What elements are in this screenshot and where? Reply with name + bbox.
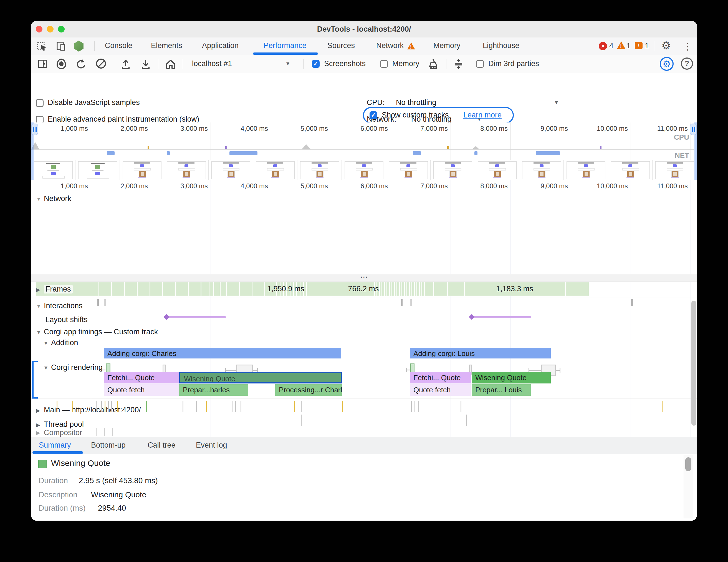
tab-bottom-up[interactable]: Bottom-up <box>91 441 126 450</box>
tab-lighthouse[interactable]: Lighthouse <box>483 41 519 50</box>
inspect-element-icon[interactable] <box>37 41 48 52</box>
cpu-throttle-value[interactable]: No throttling <box>396 98 436 107</box>
clear-icon[interactable] <box>96 59 106 69</box>
issues-badge-icon[interactable]: ! <box>635 42 643 49</box>
filmstrip-frame[interactable] <box>209 160 253 180</box>
flame-bar-addition[interactable]: Adding corgi: Charles <box>104 348 341 359</box>
timeline-overview[interactable]: 1,000 ms2,000 ms3,000 ms4,000 ms5,000 ms… <box>31 122 697 180</box>
filmstrip-frame[interactable] <box>75 160 120 180</box>
tab-elements[interactable]: Elements <box>151 41 182 50</box>
filmstrip-frame[interactable] <box>342 160 386 180</box>
summary-scrollbar-thumb[interactable] <box>685 457 691 471</box>
screenshots-checkbox[interactable]: ✓ <box>312 60 320 68</box>
layout-shift-line[interactable] <box>166 316 226 318</box>
cpu-throttle-caret-icon[interactable]: ▾ <box>555 99 558 106</box>
frames-band[interactable]: 1,950.9 ms766.2 ms1,183.3 ms <box>36 283 589 296</box>
thumb-line <box>92 170 103 171</box>
memory-checkbox[interactable] <box>380 60 388 68</box>
overview-right-handle[interactable] <box>690 123 697 135</box>
tab-event-log[interactable]: Event log <box>196 441 227 450</box>
filmstrip-frame[interactable] <box>564 160 608 180</box>
reload-record-icon[interactable] <box>75 59 87 70</box>
tab-network[interactable]: Network <box>376 41 404 50</box>
filmstrip-frame[interactable] <box>120 160 164 180</box>
flame-bar-rendering[interactable]: Fetchi... Quote <box>410 372 471 384</box>
filmstrip-frame[interactable] <box>519 160 564 180</box>
screenshot-thumbnail <box>345 161 383 179</box>
main-thread-tick <box>105 401 105 412</box>
interactions-label: Interactions <box>44 302 83 310</box>
record-icon[interactable] <box>57 59 66 69</box>
help-icon[interactable]: ? <box>681 57 693 70</box>
issues-count[interactable]: 1 <box>645 42 649 50</box>
overflow-indicator[interactable]: ⋯ <box>31 274 697 282</box>
learn-more-link[interactable]: Learn more <box>463 111 502 119</box>
custom-track-arrow-icon[interactable]: ▼ <box>36 329 41 336</box>
tab-application[interactable]: Application <box>202 41 239 50</box>
flame-bar-rendering[interactable]: Wisening Quote <box>472 372 551 384</box>
flame-bar-rendering[interactable]: Quote fetch <box>104 384 179 396</box>
settings-gear-icon[interactable]: ⚙ <box>661 40 671 51</box>
tracks-vertical-scrollbar[interactable] <box>691 301 696 426</box>
warnings-count[interactable]: 1 <box>626 42 631 50</box>
profile-select[interactable]: localhost #1 <box>192 59 232 68</box>
filmstrip-frame[interactable] <box>31 160 75 180</box>
filmstrip-frame[interactable] <box>431 160 475 180</box>
interactions-arrow-icon[interactable]: ▼ <box>36 303 41 309</box>
filmstrip-frame[interactable] <box>253 160 297 180</box>
compositor-tick <box>104 428 105 436</box>
filmstrip-frame[interactable] <box>475 160 519 180</box>
overview-left-handle[interactable] <box>31 123 38 135</box>
tab-performance[interactable]: Performance <box>264 41 307 50</box>
upload-profile-icon[interactable] <box>120 58 132 70</box>
flame-bar-rendering[interactable]: Fetchi... Quote <box>104 372 179 384</box>
main-thread-tick <box>57 401 57 412</box>
question-glyph: ? <box>685 59 689 68</box>
tab-console[interactable]: Console <box>105 41 132 50</box>
filmstrip-frame[interactable] <box>297 160 342 180</box>
thumb-input <box>400 168 417 170</box>
flame-bar-rendering[interactable]: Prepar...harles <box>179 384 248 396</box>
errors-badge-icon[interactable]: ✕ <box>599 42 607 50</box>
active-tab-indicator <box>253 52 318 55</box>
frames-arrow-icon[interactable]: ▶ <box>36 287 40 293</box>
divider <box>182 59 182 69</box>
main-thread-tick <box>111 401 112 412</box>
filmstrip-frame[interactable] <box>608 160 653 180</box>
download-profile-icon[interactable] <box>140 58 151 70</box>
network-track-arrow-icon[interactable]: ▼ <box>36 196 41 202</box>
more-options-kebab-icon[interactable]: ⋮ <box>683 41 692 52</box>
home-icon[interactable] <box>165 58 176 70</box>
addition-arrow-icon[interactable]: ▼ <box>43 340 49 346</box>
main-thread-tick <box>301 401 302 412</box>
flame-bar-rendering[interactable]: Prepar... Louis <box>472 384 531 396</box>
collapse-sanitize-icon[interactable] <box>453 58 464 70</box>
errors-count[interactable]: 4 <box>609 42 613 50</box>
filmstrip-frame[interactable] <box>653 160 697 180</box>
flame-bar-rendering[interactable]: Quote fetch <box>410 384 471 396</box>
disable-js-samples-checkbox[interactable] <box>36 99 44 107</box>
flame-bar-rendering[interactable]: Processing...r Charles <box>275 384 342 396</box>
tab-memory[interactable]: Memory <box>433 41 461 50</box>
compositor-arrow-icon[interactable]: ▶ <box>36 430 40 436</box>
summary-duration-ms-label: Duration (ms) <box>39 504 86 513</box>
filmstrip-frame[interactable] <box>164 160 209 180</box>
main-thread-tick <box>72 401 73 412</box>
tab-summary[interactable]: Summary <box>39 441 71 450</box>
timeline-tracks[interactable]: 1,000 ms2,000 ms3,000 ms4,000 ms5,000 ms… <box>31 180 697 437</box>
tab-call-tree[interactable]: Call tree <box>148 441 176 450</box>
flame-bar-selected[interactable]: Wisening Quote <box>179 372 342 384</box>
panel-settings-gear-active-icon[interactable]: ⚙ <box>660 57 674 71</box>
filmstrip-frame[interactable] <box>386 160 431 180</box>
dim-3rd-parties-checkbox[interactable] <box>476 60 484 68</box>
profile-select-caret-icon[interactable]: ▾ <box>286 60 289 67</box>
collect-garbage-icon[interactable] <box>426 58 438 70</box>
flame-bar-addition[interactable]: Adding corgi: Louis <box>410 348 551 359</box>
toggle-sidebar-icon[interactable] <box>37 59 48 69</box>
rendering-arrow-icon[interactable]: ▼ <box>43 365 49 371</box>
tab-sources[interactable]: Sources <box>327 41 355 50</box>
layout-shift-line[interactable] <box>472 316 531 318</box>
ruler-tick-label: 3,000 ms <box>163 182 208 190</box>
show-custom-tracks-checkbox[interactable]: ✓ <box>370 111 377 119</box>
device-toolbar-icon[interactable] <box>55 41 67 52</box>
